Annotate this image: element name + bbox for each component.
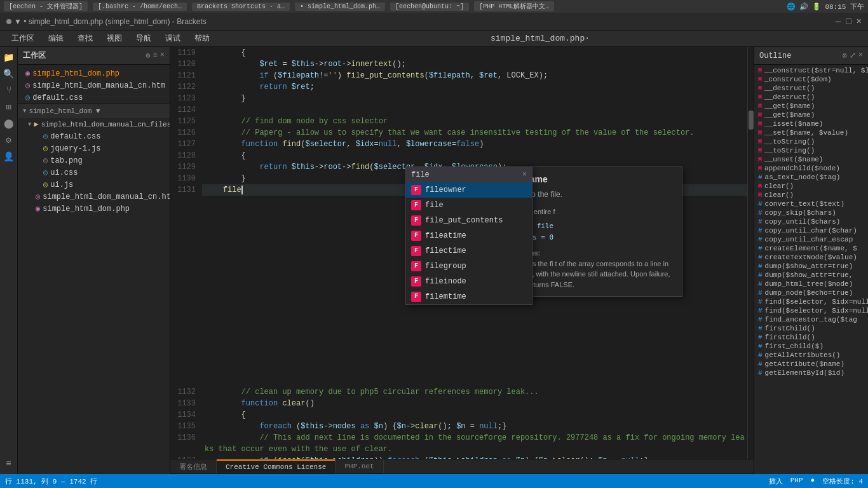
code-editor[interactable]: 1119 { 1120 $ret = $this->root->innertex… <box>170 47 747 459</box>
outline-item-firstchild1[interactable]: #firstChild() <box>754 324 868 333</box>
outline-item-unset[interactable]: M__unset($name) <box>754 155 868 164</box>
outline-item-firstchild3[interactable]: #first_child($) <box>754 342 868 351</box>
outline-item-destruct2[interactable]: M__destruct() <box>754 93 868 102</box>
outline-item-construct1[interactable]: M__construct($str=null, $l <box>754 66 868 75</box>
minimize-button[interactable]: — <box>836 17 841 27</box>
file-item-default-css[interactable]: ◎ default.css <box>18 92 170 104</box>
outline-item-clear2[interactable]: Mclear() <box>754 191 868 200</box>
outline-item-appendchild[interactable]: MappendChild($node) <box>754 164 868 173</box>
sidebar-icon-debug[interactable]: ⬤ <box>1 116 17 131</box>
tab-php-net[interactable]: PHP.net <box>336 459 383 473</box>
outline-settings-icon[interactable]: ⚙ <box>843 51 847 60</box>
sidebar-icon-account[interactable]: 👤 <box>1 149 17 164</box>
autocomplete-close[interactable]: × <box>522 169 527 180</box>
menu-edit[interactable]: 编辑 <box>42 32 70 45</box>
menu-navigate[interactable]: 导航 <box>130 32 158 45</box>
file-item-manual-cn[interactable]: ◎ simple_html_dom_manual_cn.htm <box>18 79 170 92</box>
outline-item-getattribute[interactable]: #getAttribute($name) <box>754 360 868 369</box>
close-button[interactable]: × <box>857 17 862 27</box>
close-panel-icon[interactable]: × <box>160 51 165 60</box>
outline-close-icon[interactable]: × <box>858 51 863 60</box>
sidebar-icon-search[interactable]: 🔍 <box>1 66 17 81</box>
file-item-ui-js[interactable]: ◎ ui.js <box>18 179 170 191</box>
outline-item-set[interactable]: M__set($name, $value) <box>754 128 868 137</box>
menu-workspace[interactable]: 工作区 <box>5 32 41 45</box>
autocomplete-func-icon-5: F <box>411 246 421 256</box>
autocomplete-popup[interactable]: file × F fileowner F file F file_put_con… <box>405 166 532 305</box>
menu-view[interactable]: 视图 <box>100 32 128 45</box>
autocomplete-func-icon: F <box>411 185 421 195</box>
file-item-default-css-2[interactable]: ◎ default.css <box>18 130 170 142</box>
outline-item-get1[interactable]: M__get($name) <box>754 102 868 111</box>
menu-debug[interactable]: 调试 <box>159 32 187 45</box>
file-item-tab-png[interactable]: ◎ tab.png <box>18 154 170 166</box>
file-item-jquery[interactable]: ◎ jquery-1.js <box>18 142 170 154</box>
system-bar-tab-2[interactable]: [.bashrc - /home/eech… <box>93 3 187 11</box>
outline-item-dumphtmltree[interactable]: #dump_html_tree($node) <box>754 280 868 288</box>
outline-item-dumpnode[interactable]: #dump_node($echo=true) <box>754 288 868 297</box>
sidebar-icon-misc[interactable]: ≡ <box>1 456 17 471</box>
status-language[interactable]: PHP <box>790 477 803 486</box>
outline-item-getallattributes[interactable]: #getAllAttributes() <box>754 351 868 360</box>
outline-item-tostring1[interactable]: M__toString() <box>754 137 868 146</box>
file-item-manual-cn2[interactable]: ◎ simple_html_dom_manual_cn.htm <box>18 191 170 203</box>
autocomplete-item-fileinode[interactable]: F fileinode <box>406 274 532 289</box>
maximize-button[interactable]: □ <box>846 17 851 27</box>
file-item-simple-html-dom[interactable]: ◉ simple_html_dom.php <box>18 67 170 79</box>
autocomplete-item-filegroup[interactable]: F filegroup <box>406 259 532 274</box>
outline-item-construct2[interactable]: M_construct($dom) <box>754 75 868 84</box>
system-bar-tab-3[interactable]: Brackets Shortcuts · a… <box>192 3 290 11</box>
autocomplete-item-fileowner[interactable]: F fileowner <box>406 182 532 198</box>
menu-find[interactable]: 查找 <box>71 32 99 45</box>
outline-item-astextnode[interactable]: #as_text_node($tag) <box>754 173 868 182</box>
autocomplete-item-fileatime[interactable]: F fileatime <box>406 228 532 243</box>
file-item-ui-css[interactable]: ◎ ui.css <box>18 166 170 179</box>
outline-item-converttext[interactable]: #convert_text($text) <box>754 200 868 208</box>
system-bar-tab-6[interactable]: [PHP HTML解析器中文… <box>474 1 554 11</box>
autocomplete-item-filemtime[interactable]: F filemtime <box>406 289 532 304</box>
outline-item-clear1[interactable]: Mclear() <box>754 182 868 191</box>
panel-section-header[interactable]: ▼ simple_html_dom ▼ <box>18 104 170 118</box>
outline-item-find1[interactable]: #find($selector, $idx=null, <box>754 297 868 306</box>
outline-item-createelement[interactable]: #createElement($name, $ <box>754 244 868 253</box>
outline-item-copyuntilcharescape[interactable]: #copy_until_char_escap <box>754 235 868 244</box>
outline-item-dump1[interactable]: #dump($show_attr=true) <box>754 262 868 271</box>
sidebar-icon-extensions[interactable]: ⊞ <box>1 99 17 114</box>
system-bar-tab-5[interactable]: [eechen@ubuntu: ~] <box>390 3 469 11</box>
outline-item-copyuntilchar[interactable]: #copy_until_char($char) <box>754 226 868 235</box>
outline-m-icon: M <box>758 121 762 128</box>
status-spaces[interactable]: 空格长度: 4 <box>822 477 863 486</box>
title-bar-controls[interactable]: — □ × <box>836 17 862 27</box>
outline-item-dump2[interactable]: #dump($show_attr=true, <box>754 271 868 280</box>
outline-expand-icon[interactable]: ⤢ <box>850 51 856 60</box>
outline-item-get2[interactable]: M__get($name) <box>754 111 868 119</box>
tab-attribution-info[interactable]: 署名信息 <box>170 459 217 473</box>
outline-item-isset[interactable]: M__isset($name) <box>754 119 868 128</box>
scrollbar-thumb[interactable] <box>749 111 754 130</box>
autocomplete-item-filectime[interactable]: F filectime <box>406 243 532 259</box>
outline-item-find2[interactable]: #find($selector, $idx=null, <box>754 306 868 315</box>
scrollbar-vertical[interactable] <box>747 47 754 459</box>
outline-item-copyuntil[interactable]: #copy_until($chars) <box>754 217 868 226</box>
sidebar-icon-files[interactable]: 📁 <box>1 50 17 65</box>
new-file-icon[interactable]: ⚙ <box>146 51 150 60</box>
system-bar-tab-4[interactable]: • simple_html_dom.ph… <box>295 3 385 11</box>
outline-item-firstchild2[interactable]: #firstChild() <box>754 333 868 342</box>
menu-help[interactable]: 帮助 <box>188 32 216 45</box>
outline-item-copyskip[interactable]: #copy_skip($chars) <box>754 208 868 217</box>
tab-creative-commons[interactable]: Creative Commons License <box>217 459 336 473</box>
outline-item-tostring2[interactable]: M__toString() <box>754 146 868 155</box>
collapse-icon[interactable]: ≡ <box>153 51 158 60</box>
autocomplete-item-file-put[interactable]: F file_put_contents <box>406 213 532 228</box>
sidebar-icon-settings[interactable]: ⚙ <box>1 132 17 147</box>
autocomplete-item-file[interactable]: F file <box>406 198 532 213</box>
outline-item-createtextnode[interactable]: #createTextNode($value) <box>754 253 868 262</box>
sidebar-icon-git[interactable]: ⑂ <box>1 83 17 98</box>
system-bar-tab-1[interactable]: [eechen - 文件管理器] <box>4 1 88 11</box>
status-insert-mode[interactable]: 插入 <box>769 477 783 486</box>
outline-item-findancestortag[interactable]: #find_ancestor_tag($tag <box>754 315 868 324</box>
folder-item[interactable]: ▼ ▶ simple_html_dom_manual_cn_files <box>18 118 170 130</box>
file-item-simple-php-2[interactable]: ◉ simple_html_dom.php <box>18 203 170 215</box>
outline-item-getelementbyid[interactable]: #getElementById($id) <box>754 369 868 377</box>
outline-item-destruct1[interactable]: M__destruct() <box>754 84 868 93</box>
